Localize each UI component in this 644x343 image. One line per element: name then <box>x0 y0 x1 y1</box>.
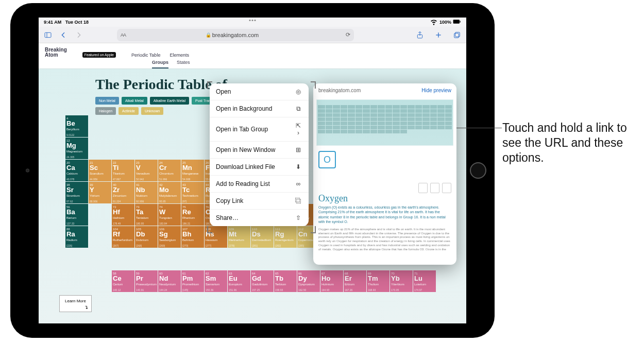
element-cell[interactable]: 20CaCalcium40.078 <box>65 160 88 181</box>
element-cell[interactable]: 68ErErbium167.26 <box>344 270 366 292</box>
element-cell[interactable]: 25MnManganese54.938 <box>181 160 204 181</box>
element-cell[interactable]: 71LuLutetium174.97 <box>413 270 436 292</box>
element-cell[interactable]: 110DsDarmstadtium[281] <box>251 226 274 248</box>
context-menu-item[interactable]: Open in Tab Group⇱ › <box>210 117 309 142</box>
share-button[interactable] <box>415 30 425 40</box>
context-menu-label: Share… <box>216 214 239 221</box>
element-cell[interactable]: 106SgSeaborgium[269] <box>158 226 181 248</box>
element-cell[interactable]: 111RgRoentgenium[282] <box>274 226 297 248</box>
element-cell[interactable]: 88RaRadium[226] <box>65 226 88 248</box>
legend-chip[interactable]: Alkaline Earth Metal <box>150 97 189 105</box>
webpage-content: Breaking Atom Featured on Apple Periodic… <box>39 43 466 323</box>
element-cell[interactable]: 22TiTitanium47.867 <box>112 160 134 181</box>
preview-summary: Oxygen (O) exists as a colourless, odour… <box>313 204 456 226</box>
nav-link[interactable]: Periodic Table <box>131 53 160 58</box>
element-cell[interactable]: 72HfHafnium178.49 <box>112 204 134 226</box>
element-cell[interactable]: 23VVanadium50.942 <box>135 160 158 181</box>
element-cell[interactable]: 41NbNiobium92.906 <box>135 182 158 203</box>
glasses-icon: ∞ <box>294 180 302 187</box>
multitask-indicator-icon <box>249 20 256 21</box>
element-cell[interactable]: 42MoMolybdenum95.95 <box>158 182 181 203</box>
page-tab[interactable]: Groups <box>152 60 168 68</box>
sidebar-toggle-button[interactable] <box>43 30 53 40</box>
element-cell[interactable]: 73TaTantalum180.95 <box>135 204 158 226</box>
element-cell[interactable]: 60NdNeodymium144.24 <box>158 270 181 292</box>
learn-more-button[interactable]: Learn More <box>59 295 92 312</box>
page-tabs: GroupsStates <box>39 58 466 69</box>
element-cell[interactable]: 21ScScandium44.956 <box>89 160 111 181</box>
element-cell[interactable]: 56BaBarium137.33 <box>65 204 88 226</box>
tabs-button[interactable] <box>452 30 462 40</box>
legend-chip[interactable]: Actinide <box>118 107 139 115</box>
focus-bracket-icon <box>311 81 316 89</box>
element-cell[interactable]: 75ReRhenium186.21 <box>181 204 204 226</box>
svg-rect-2 <box>45 32 51 37</box>
safari-toolbar: AA 🔒 breakingatom.com ⟳ <box>39 27 466 43</box>
context-menu-item[interactable]: Share…⇧ <box>210 210 309 226</box>
context-menu-item[interactable]: Download Linked File⬇ <box>210 159 309 176</box>
element-cell[interactable]: 66DyDysprosium162.50 <box>297 270 320 292</box>
wifi-icon <box>430 18 438 27</box>
context-menu-label: Open in Tab Group <box>216 126 268 133</box>
legend-chip[interactable]: Alkali Metal <box>122 97 147 105</box>
element-cell[interactable]: 59PrPraseodymium140.91 <box>135 270 158 292</box>
nav-link[interactable]: Elements <box>170 53 189 58</box>
element-cell[interactable]: 65TbTerbium158.93 <box>274 270 297 292</box>
legend-chip[interactable]: Halogen <box>95 107 116 115</box>
element-cell[interactable]: 67HoHolmium164.93 <box>320 270 343 292</box>
address-bar[interactable]: AA 🔒 breakingatom.com ⟳ <box>117 29 354 41</box>
hide-preview-button[interactable]: Hide preview <box>421 88 451 93</box>
element-cell[interactable]: 63EuEuropium151.96 <box>228 270 250 292</box>
status-bar: 9:41 AM Tue Oct 18 100% <box>39 18 466 27</box>
element-cell[interactable]: 12MgMagnesium24.305 <box>65 138 88 159</box>
doc-on-doc-icon: ⿻ <box>294 197 302 204</box>
context-menu-label: Copy Link <box>216 197 243 204</box>
context-menu-item[interactable]: Open◎ <box>210 83 309 100</box>
preview-element-name: Oxygen <box>318 193 348 204</box>
share-icon: ⇧ <box>294 214 302 221</box>
status-date: Tue Oct 18 <box>65 20 89 25</box>
element-cell[interactable]: 105DbDubnium[268] <box>135 226 158 248</box>
element-cell[interactable]: 74WTungsten183.84 <box>158 204 181 226</box>
element-cell[interactable]: 107BhBohrium[270] <box>181 226 204 248</box>
site-logo[interactable]: Breaking Atom <box>45 47 67 58</box>
element-cell[interactable]: 109MtMeitnerium[278] <box>228 226 250 248</box>
element-cell[interactable]: 62SmSamarium150.36 <box>205 270 227 292</box>
element-cell[interactable]: 58CeCerium140.12 <box>112 270 134 292</box>
svg-rect-0 <box>453 20 460 23</box>
element-cell[interactable]: 64GdGadolinium157.25 <box>251 270 274 292</box>
element-cell[interactable]: 43TcTechnetium[97] <box>181 182 204 203</box>
element-cell[interactable]: 69TmThulium168.93 <box>367 270 389 292</box>
context-menu-label: Open in Background <box>216 105 272 112</box>
legend-chip[interactable]: Unknown <box>141 107 163 115</box>
element-cell[interactable]: 70YbYtterbium173.05 <box>390 270 413 292</box>
legend-chip[interactable]: Non Metal <box>95 97 119 105</box>
page-tab[interactable]: States <box>177 60 190 68</box>
context-menu-item[interactable]: Open in Background⧉ <box>210 100 309 117</box>
element-cell[interactable]: 39YYttrium88.906 <box>89 182 111 203</box>
svg-rect-7 <box>455 32 460 37</box>
link-preview-card[interactable]: breakingatom.com Hide preview O Oxygen O… <box>313 83 456 265</box>
context-menu-item[interactable]: Copy Link⿻ <box>210 193 309 210</box>
ipad-device-frame: 9:41 AM Tue Oct 18 100% <box>10 3 495 338</box>
element-cell[interactable]: 104RfRutherfordium[267] <box>112 226 134 248</box>
new-tab-button[interactable] <box>433 30 444 40</box>
context-menu-item[interactable]: Add to Reading List∞ <box>210 176 309 193</box>
element-cell[interactable]: 24CrChromium51.996 <box>158 160 181 181</box>
forward-button[interactable] <box>74 30 84 40</box>
box-arrow-icon: ⇱ › <box>294 122 302 136</box>
context-menu-label: Add to Reading List <box>216 180 270 187</box>
context-menu-label: Open <box>216 88 231 95</box>
site-header: Breaking Atom Featured on Apple Periodic… <box>39 43 466 58</box>
reload-button[interactable]: ⟳ <box>346 31 350 38</box>
context-menu-item[interactable]: Open in New Window⊞ <box>210 142 309 159</box>
page-settings-button[interactable]: AA <box>121 32 126 38</box>
featured-badge-text: Featured on Apple <box>84 53 114 57</box>
preview-url: breakingatom.com <box>318 88 361 93</box>
element-cell[interactable]: 61PmPromethium[145] <box>181 270 204 292</box>
element-cell[interactable]: 40ZrZirconium91.224 <box>112 182 134 203</box>
back-button[interactable] <box>58 30 69 40</box>
element-cell[interactable]: 38SrStrontium87.62 <box>65 182 88 203</box>
callout-text: Touch and hold a link to see the URL and… <box>502 121 636 165</box>
element-cell[interactable]: 4BeBeryllium9.0122 <box>65 115 88 137</box>
